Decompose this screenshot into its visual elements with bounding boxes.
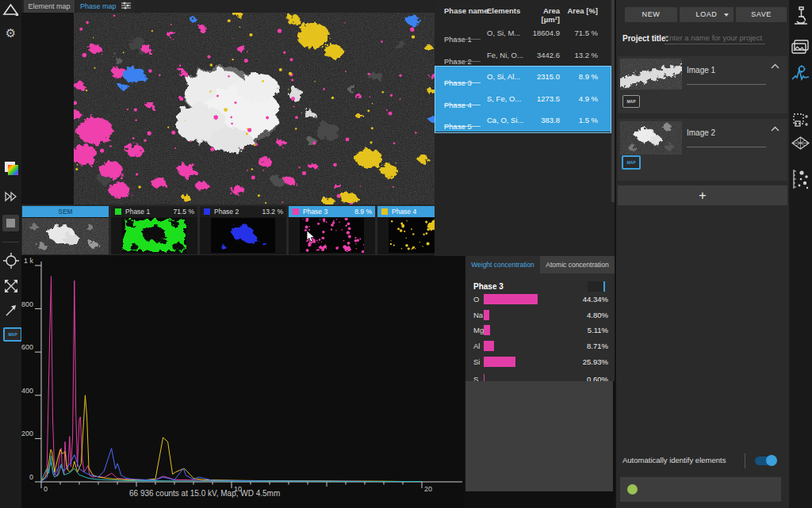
collapse-chevron-icon[interactable] (771, 63, 779, 69)
thumbnail-phase-3[interactable]: Phase 3 8.9 % (289, 206, 375, 254)
thumbnail-phase-2[interactable]: Phase 2 13.2 % (200, 206, 286, 254)
crosshair-icon[interactable] (0, 252, 21, 273)
col-elements: Elements (487, 6, 520, 19)
bar-Mg (484, 325, 490, 335)
thumbnail-phase-1-header[interactable]: Phase 1 71.5 % (111, 206, 197, 217)
new-button[interactable]: NEW (625, 7, 677, 22)
thumbnail-phase-4-header[interactable]: Phase 4 4.9 % (377, 206, 435, 217)
tab-element-map[interactable]: Element map (24, 0, 75, 13)
tab-atomic-concentration[interactable]: Atomic concentration (540, 256, 615, 273)
bar-S (484, 374, 485, 381)
col-area-pct: Area [%] (565, 6, 598, 19)
add-image-button[interactable]: + (618, 185, 787, 205)
surface-mesh-icon[interactable] (791, 136, 810, 153)
project-title-input[interactable] (665, 32, 765, 44)
element-legend-panel[interactable] (620, 477, 781, 502)
tab-weight-concentration[interactable]: Weight concentration (465, 256, 540, 273)
microscope-icon[interactable] (791, 6, 810, 29)
image-1-card[interactable]: Image 1 MAP (618, 56, 787, 113)
phase-row-5[interactable]: Phase 5 Ca, O, Si... 383.8 1.5 % (435, 109, 611, 132)
image-1-label[interactable]: Image 1 (687, 66, 715, 74)
particle-analysis-icon[interactable] (791, 168, 810, 193)
spectrum-analysis-icon[interactable] (791, 63, 810, 85)
project-title-label: Project title: (622, 34, 668, 43)
eds-spectrum-panel[interactable]: 1 k8006004002000 01020 (21, 255, 464, 508)
phase-table: Phase name Elements Area [µm²] Area [%] … (435, 0, 615, 256)
svg-text:600: 600 (21, 343, 33, 351)
thumbnail-phase-1[interactable]: Phase 1 71.5 % (111, 206, 197, 254)
element-Al: Al (473, 342, 480, 350)
image-gallery-icon[interactable] (791, 40, 810, 58)
bar-Si (484, 357, 515, 367)
app-logo-icon[interactable] (0, 3, 21, 21)
phase-3-pct: 8.9 % (565, 72, 598, 81)
phase-map-image[interactable] (74, 13, 439, 204)
phase-5-area: 383.8 (523, 116, 560, 124)
conc-row-Na: Na 4.80% (465, 308, 615, 323)
phase-row-2[interactable]: Phase 2 Fe, Ni, O... 3442.6 13.2 % (435, 44, 611, 67)
image-1-thumbnail[interactable] (620, 59, 682, 90)
thumbnail-phase-2-pct: 13.2 % (262, 206, 283, 217)
image-2-map-badge[interactable]: MAP (622, 155, 641, 170)
bar-Na (484, 310, 489, 320)
image-2-thumbnail[interactable] (620, 121, 682, 155)
eds-spectrum-chart[interactable]: 1 k8006004002000 01020 (21, 255, 464, 508)
thumbnail-sem[interactable]: SEM (22, 206, 109, 254)
thumbnail-phase-1-label: Phase 1 (125, 206, 150, 217)
phase-row-1[interactable]: Phase 1 O, Si, M... 18604.9 71.5 % (435, 22, 611, 44)
load-button[interactable]: LOAD (680, 7, 733, 22)
acquisition-status: 66 936 counts at 15.0 kV, Map, WD 4.5mm (129, 489, 280, 498)
settings-gear-icon[interactable]: ⚙ (0, 26, 21, 40)
thumbnail-phase-4-image[interactable] (389, 218, 435, 253)
image-1-map-badge[interactable]: MAP (622, 95, 640, 108)
conc-row-O: O 44.34% (465, 292, 615, 307)
conc-row-Mg: Mg 5.11% (465, 323, 615, 338)
image-2-label[interactable]: Image 2 (687, 128, 715, 137)
measure-arrow-icon[interactable] (0, 304, 21, 321)
thumbnail-phase-2-image[interactable] (211, 218, 275, 253)
element-Na: Na (473, 311, 483, 319)
phase-2-elements: Fe, Ni, O... (487, 51, 523, 59)
auto-identify-toggle[interactable] (755, 456, 776, 465)
empty-results-panel (465, 381, 613, 491)
value-Mg: 5.11% (588, 326, 608, 334)
phase-map-viewport[interactable] (21, 13, 435, 204)
collapse-chevron-icon[interactable] (771, 126, 779, 132)
phase-2-area: 3442.6 (523, 51, 560, 59)
trace-magenta-trace (41, 277, 422, 482)
color-palette-icon[interactable] (0, 160, 21, 181)
save-button[interactable]: SAVE (736, 7, 787, 22)
stop-button[interactable] (2, 215, 19, 231)
toolbar-divider (2, 242, 19, 243)
trace-cyan-trace (41, 456, 422, 481)
element-O: O (473, 295, 479, 304)
thumbnail-sem-header[interactable]: SEM (22, 206, 109, 217)
tab-phase-map[interactable]: Phase map (76, 0, 135, 13)
thumbnail-phase-4[interactable]: Phase 4 4.9 % (377, 206, 435, 254)
auto-identify-label: Automatically identify elements (622, 456, 726, 464)
phase-row-3[interactable]: Phase 3 O, Si, Al... 2315.0 8.9 % (435, 66, 611, 88)
mouse-cursor (306, 230, 316, 243)
toggle-knob (766, 455, 777, 466)
sliders-icon[interactable] (121, 2, 131, 10)
fast-forward-icon[interactable] (0, 191, 21, 205)
image-2-card[interactable]: Image 2 MAP (618, 119, 787, 181)
feature-grid-icon[interactable] (791, 112, 810, 133)
svg-text:400: 400 (21, 387, 33, 395)
thumbnail-phase-2-header[interactable]: Phase 2 13.2 % (200, 206, 286, 217)
thumbnail-phase-3-header[interactable]: Phase 3 8.9 % (289, 206, 375, 217)
svg-text:1 k: 1 k (24, 257, 34, 265)
map-mode-badge[interactable]: MAP (3, 327, 22, 342)
phase-color-picker[interactable] (588, 281, 605, 292)
thumbnail-phase-1-image[interactable] (122, 218, 186, 253)
phase-5-elements: Ca, O, Si... (487, 116, 523, 124)
value-O: 44.34% (583, 295, 608, 304)
concentration-tab-bar: Weight concentration Atomic concentratio… (465, 256, 615, 273)
thumbnail-sem-image[interactable] (22, 218, 109, 254)
project-panel: NEW LOAD SAVE Project title: Image 1 MAP… (615, 0, 791, 508)
divider (745, 453, 745, 468)
conc-row-Si: Si 25.93% (465, 355, 615, 370)
expand-arrows-icon[interactable] (0, 278, 21, 297)
phase-row-4[interactable]: Phase 4 S, Fe, O... 1273.5 4.9 % (435, 88, 611, 110)
phase-4-area: 1273.5 (523, 94, 560, 103)
